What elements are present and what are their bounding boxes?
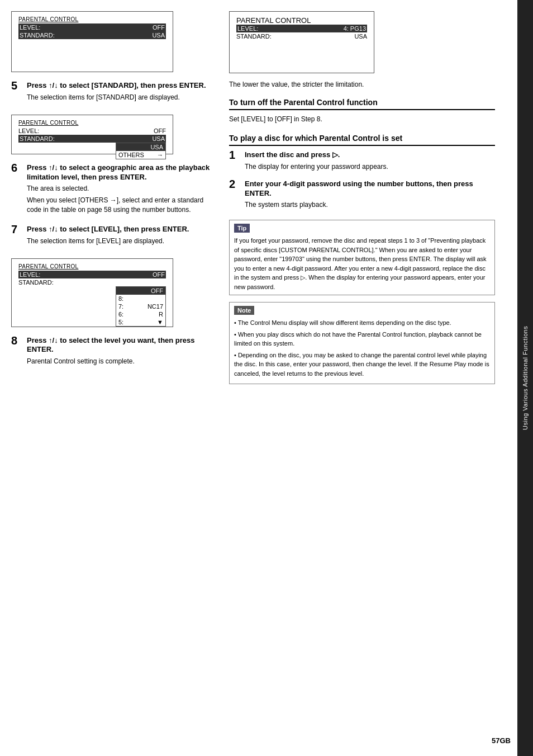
step7-number: 7 [11, 224, 27, 235]
note-item-1: The Control Menu display will show diffe… [234, 318, 490, 328]
right-step1-desc: The display for entering your password a… [245, 162, 495, 172]
step-8: 8 Press ↑/↓ to select the level you want… [11, 336, 212, 369]
dropdown2-item2: OTHERS→ [116, 151, 165, 159]
right-step2-title: Enter your 4-digit password using the nu… [245, 179, 495, 199]
step6-desc2: When you select [OTHERS →], select and e… [27, 196, 212, 215]
level-dropdown-7: 7:NC17 [116, 303, 165, 310]
step6-desc1: The area is selected. [27, 184, 212, 193]
step8-number: 8 [11, 335, 27, 346]
right-step-1: 1 Insert the disc and press ▷. The displ… [229, 150, 495, 174]
note-header: Note [234, 306, 254, 315]
page-number: 57GB [492, 736, 511, 745]
step5-title: Press ↑/↓ to select [STANDARD], then pre… [27, 81, 212, 91]
step7-title: Press ↑/↓ to select [LEVEL], then press … [27, 225, 212, 234]
tip-header: Tip [234, 224, 250, 233]
level-dropdown-5: 5:▼ [116, 318, 165, 326]
step6-number: 6 [11, 162, 27, 173]
right-step2-number: 2 [229, 178, 245, 190]
dropdown2-item1: USA [116, 143, 165, 151]
section1-text: Set [LEVEL] to [OFF] in Step 8. [229, 115, 495, 124]
step7-desc: The selection items for [LEVEL] are disp… [27, 237, 212, 246]
screen-box-3: PARENTAL CONTROL LEVEL: OFF STANDARD: OF… [11, 258, 173, 327]
section2-heading: To play a disc for which Parental Contro… [229, 133, 495, 146]
section1-heading: To turn off the Parental Control functio… [229, 97, 495, 110]
step8-title: Press ↑/↓ to select the level you want, … [27, 336, 212, 355]
right-screen-row2: STANDARD: USA [236, 32, 367, 40]
left-column: PARENTAL CONTROL LEVEL: OFF STANDARD: US… [11, 11, 223, 745]
screen1-title: PARENTAL CONTROL [18, 16, 166, 22]
right-step-2: 2 Enter your 4-digit password using the … [229, 179, 495, 212]
step5-number: 5 [11, 80, 27, 91]
screen-box-1: PARENTAL CONTROL LEVEL: OFF STANDARD: US… [11, 11, 173, 72]
step-6: 6 Press ↑/↓ to select a geographic area … [11, 163, 212, 215]
right-caption: The lower the value, the stricter the li… [229, 80, 495, 89]
level-dropdown-8: 8: [116, 295, 165, 303]
step8-desc: Parental Control setting is complete. [27, 357, 212, 366]
step6-title: Press ↑/↓ to select a geographic area as… [27, 163, 212, 182]
right-screen-box: PARENTAL CONTROL LEVEL: 4: PG13 STANDARD… [229, 11, 374, 73]
right-column: PARENTAL CONTROL LEVEL: 4: PG13 STANDARD… [223, 11, 495, 745]
screen1-row2: STANDARD: USA [18, 31, 166, 39]
note-item-3: Depending on the disc, you may be asked … [234, 351, 490, 379]
tip-box: Tip If you forget your password, remove … [229, 220, 495, 295]
level-dropdown-6: 6:R [116, 310, 165, 318]
step5-desc: The selection items for [STANDARD] are d… [27, 93, 212, 102]
step-5: 5 Press ↑/↓ to select [STANDARD], then p… [11, 81, 212, 105]
right-screen-row1: LEVEL: 4: PG13 [236, 25, 367, 32]
level-dropdown-off: OFF [116, 287, 165, 295]
note-item-2: When you play discs which do not have th… [234, 330, 490, 348]
sidebar-tab: Using Various Additional Functions [517, 0, 533, 756]
screen-box-3-container: PARENTAL CONTROL LEVEL: OFF STANDARD: OF… [11, 258, 173, 327]
right-step1-title: Insert the disc and press ▷. [245, 150, 495, 160]
screen2-row2: STANDARD: USA [18, 135, 166, 143]
screen1-row1: LEVEL: OFF [18, 23, 166, 31]
step-7: 7 Press ↑/↓ to select [LEVEL], then pres… [11, 225, 212, 248]
screen2-row1: LEVEL: OFF [18, 127, 166, 135]
note-box: Note The Control Menu display will show … [229, 302, 495, 384]
screen-box-2-container: PARENTAL CONTROL LEVEL: OFF STANDARD: US… [11, 115, 173, 154]
screen-box-2: PARENTAL CONTROL LEVEL: OFF STANDARD: US… [11, 115, 173, 154]
right-step2-desc: The system starts playback. [245, 200, 495, 210]
sidebar-label: Using Various Additional Functions [522, 326, 529, 430]
screen3-row2: STANDARD: [18, 278, 166, 286]
tip-text: If you forget your password, remove the … [234, 236, 490, 291]
right-screen-title: PARENTAL CONTROL [236, 16, 367, 25]
screen3-row1: LEVEL: OFF [18, 271, 166, 278]
right-step1-number: 1 [229, 149, 245, 160]
